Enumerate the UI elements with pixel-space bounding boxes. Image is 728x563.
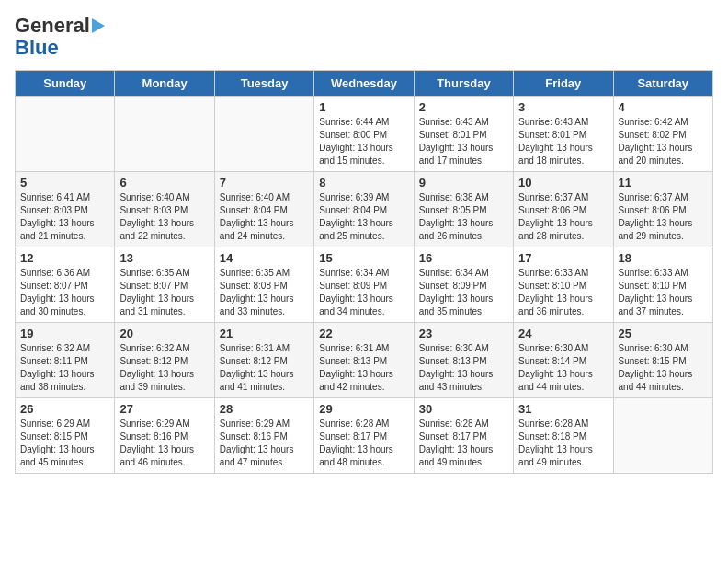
- cell-sun-info: Sunrise: 6:35 AMSunset: 8:07 PMDaylight:…: [119, 267, 209, 318]
- calendar-cell: [214, 97, 313, 172]
- cell-sun-info: Sunrise: 6:32 AMSunset: 8:11 PMDaylight:…: [20, 342, 109, 394]
- day-number: 6: [119, 176, 209, 190]
- cell-sun-info: Sunrise: 6:34 AMSunset: 8:09 PMDaylight:…: [319, 267, 408, 318]
- calendar-cell: 19Sunrise: 6:32 AMSunset: 8:11 PMDayligh…: [16, 323, 115, 398]
- cell-sun-info: Sunrise: 6:34 AMSunset: 8:09 PMDaylight:…: [419, 267, 508, 318]
- calendar-cell: [613, 398, 712, 474]
- day-number: 29: [319, 402, 408, 416]
- day-header-sunday: Sunday: [16, 71, 115, 97]
- cell-sun-info: Sunrise: 6:33 AMSunset: 8:10 PMDaylight:…: [619, 267, 708, 318]
- day-number: 13: [119, 251, 209, 265]
- cell-sun-info: Sunrise: 6:31 AMSunset: 8:13 PMDaylight:…: [319, 342, 408, 394]
- day-number: 9: [419, 176, 508, 190]
- calendar-cell: 27Sunrise: 6:29 AMSunset: 8:16 PMDayligh…: [115, 398, 214, 474]
- day-number: 23: [419, 327, 508, 340]
- cell-sun-info: Sunrise: 6:41 AMSunset: 8:03 PMDaylight:…: [20, 191, 109, 243]
- calendar-cell: 26Sunrise: 6:29 AMSunset: 8:15 PMDayligh…: [16, 398, 115, 474]
- day-number: 10: [518, 176, 608, 190]
- day-number: 8: [319, 176, 408, 190]
- day-number: 19: [20, 327, 109, 340]
- calendar-cell: 20Sunrise: 6:32 AMSunset: 8:12 PMDayligh…: [115, 323, 214, 398]
- calendar-cell: 10Sunrise: 6:37 AMSunset: 8:06 PMDayligh…: [514, 172, 613, 247]
- calendar-cell: 29Sunrise: 6:28 AMSunset: 8:17 PMDayligh…: [314, 398, 414, 474]
- cell-sun-info: Sunrise: 6:28 AMSunset: 8:17 PMDaylight:…: [419, 418, 508, 469]
- day-number: 7: [220, 176, 309, 190]
- logo-text-general: General: [15, 15, 90, 37]
- calendar-week-2: 5Sunrise: 6:41 AMSunset: 8:03 PMDaylight…: [16, 172, 713, 247]
- calendar-cell: 12Sunrise: 6:36 AMSunset: 8:07 PMDayligh…: [16, 247, 115, 323]
- calendar-cell: 1Sunrise: 6:44 AMSunset: 8:00 PMDaylight…: [314, 97, 414, 172]
- day-number: 22: [319, 327, 408, 340]
- day-number: 21: [220, 327, 309, 340]
- day-number: 18: [619, 251, 708, 265]
- calendar-header-row: SundayMondayTuesdayWednesdayThursdayFrid…: [16, 71, 713, 97]
- calendar-week-4: 19Sunrise: 6:32 AMSunset: 8:11 PMDayligh…: [16, 323, 713, 398]
- page-header: General Blue: [15, 15, 713, 59]
- calendar-cell: 13Sunrise: 6:35 AMSunset: 8:07 PMDayligh…: [115, 247, 214, 323]
- cell-sun-info: Sunrise: 6:30 AMSunset: 8:13 PMDaylight:…: [419, 342, 508, 394]
- day-header-thursday: Thursday: [414, 71, 513, 97]
- logo-text-blue: Blue: [15, 36, 59, 59]
- cell-sun-info: Sunrise: 6:29 AMSunset: 8:16 PMDaylight:…: [220, 418, 309, 469]
- day-number: 31: [518, 402, 608, 416]
- calendar-cell: 14Sunrise: 6:35 AMSunset: 8:08 PMDayligh…: [214, 247, 313, 323]
- calendar-cell: 8Sunrise: 6:39 AMSunset: 8:04 PMDaylight…: [314, 172, 414, 247]
- calendar-cell: 11Sunrise: 6:37 AMSunset: 8:06 PMDayligh…: [613, 172, 712, 247]
- calendar-cell: 5Sunrise: 6:41 AMSunset: 8:03 PMDaylight…: [16, 172, 115, 247]
- cell-sun-info: Sunrise: 6:40 AMSunset: 8:03 PMDaylight:…: [119, 191, 209, 243]
- logo: General Blue: [15, 15, 105, 59]
- day-number: 26: [20, 402, 109, 416]
- calendar-cell: 21Sunrise: 6:31 AMSunset: 8:12 PMDayligh…: [214, 323, 313, 398]
- day-number: 12: [20, 251, 109, 265]
- calendar-cell: 28Sunrise: 6:29 AMSunset: 8:16 PMDayligh…: [214, 398, 313, 474]
- cell-sun-info: Sunrise: 6:28 AMSunset: 8:17 PMDaylight:…: [319, 418, 408, 469]
- calendar-cell: 4Sunrise: 6:42 AMSunset: 8:02 PMDaylight…: [613, 97, 712, 172]
- cell-sun-info: Sunrise: 6:33 AMSunset: 8:10 PMDaylight:…: [518, 267, 608, 318]
- day-number: 16: [419, 251, 508, 265]
- day-header-wednesday: Wednesday: [314, 71, 414, 97]
- cell-sun-info: Sunrise: 6:37 AMSunset: 8:06 PMDaylight:…: [518, 191, 608, 243]
- cell-sun-info: Sunrise: 6:31 AMSunset: 8:12 PMDaylight:…: [220, 342, 309, 394]
- calendar-table: SundayMondayTuesdayWednesdayThursdayFrid…: [15, 70, 713, 474]
- day-number: 5: [20, 176, 109, 190]
- calendar-cell: 7Sunrise: 6:40 AMSunset: 8:04 PMDaylight…: [214, 172, 313, 247]
- cell-sun-info: Sunrise: 6:38 AMSunset: 8:05 PMDaylight:…: [419, 191, 508, 243]
- cell-sun-info: Sunrise: 6:42 AMSunset: 8:02 PMDaylight:…: [619, 116, 708, 167]
- calendar-cell: 6Sunrise: 6:40 AMSunset: 8:03 PMDaylight…: [115, 172, 214, 247]
- day-header-monday: Monday: [115, 71, 214, 97]
- logo-arrow-icon: [92, 18, 105, 33]
- cell-sun-info: Sunrise: 6:37 AMSunset: 8:06 PMDaylight:…: [619, 191, 708, 243]
- day-number: 2: [419, 100, 508, 114]
- day-number: 14: [220, 251, 309, 265]
- calendar-cell: 22Sunrise: 6:31 AMSunset: 8:13 PMDayligh…: [314, 323, 414, 398]
- calendar-cell: 16Sunrise: 6:34 AMSunset: 8:09 PMDayligh…: [414, 247, 513, 323]
- calendar-cell: 31Sunrise: 6:28 AMSunset: 8:18 PMDayligh…: [514, 398, 613, 474]
- calendar-cell: 24Sunrise: 6:30 AMSunset: 8:14 PMDayligh…: [514, 323, 613, 398]
- day-header-saturday: Saturday: [613, 71, 712, 97]
- day-number: 3: [518, 100, 608, 114]
- calendar-week-5: 26Sunrise: 6:29 AMSunset: 8:15 PMDayligh…: [16, 398, 713, 474]
- calendar-cell: [16, 97, 115, 172]
- calendar-cell: 17Sunrise: 6:33 AMSunset: 8:10 PMDayligh…: [514, 247, 613, 323]
- day-number: 20: [119, 327, 209, 340]
- calendar-cell: 3Sunrise: 6:43 AMSunset: 8:01 PMDaylight…: [514, 97, 613, 172]
- calendar-week-1: 1Sunrise: 6:44 AMSunset: 8:00 PMDaylight…: [16, 97, 713, 172]
- day-number: 1: [319, 100, 408, 114]
- calendar-week-3: 12Sunrise: 6:36 AMSunset: 8:07 PMDayligh…: [16, 247, 713, 323]
- calendar-cell: 25Sunrise: 6:30 AMSunset: 8:15 PMDayligh…: [613, 323, 712, 398]
- calendar-cell: 23Sunrise: 6:30 AMSunset: 8:13 PMDayligh…: [414, 323, 513, 398]
- calendar-cell: 15Sunrise: 6:34 AMSunset: 8:09 PMDayligh…: [314, 247, 414, 323]
- cell-sun-info: Sunrise: 6:30 AMSunset: 8:14 PMDaylight:…: [518, 342, 608, 394]
- day-number: 30: [419, 402, 508, 416]
- cell-sun-info: Sunrise: 6:44 AMSunset: 8:00 PMDaylight:…: [319, 116, 408, 167]
- day-number: 24: [518, 327, 608, 340]
- day-number: 25: [619, 327, 708, 340]
- calendar-cell: 9Sunrise: 6:38 AMSunset: 8:05 PMDaylight…: [414, 172, 513, 247]
- day-header-tuesday: Tuesday: [214, 71, 313, 97]
- cell-sun-info: Sunrise: 6:39 AMSunset: 8:04 PMDaylight:…: [319, 191, 408, 243]
- calendar-cell: 30Sunrise: 6:28 AMSunset: 8:17 PMDayligh…: [414, 398, 513, 474]
- cell-sun-info: Sunrise: 6:28 AMSunset: 8:18 PMDaylight:…: [518, 418, 608, 469]
- calendar-cell: 2Sunrise: 6:43 AMSunset: 8:01 PMDaylight…: [414, 97, 513, 172]
- cell-sun-info: Sunrise: 6:43 AMSunset: 8:01 PMDaylight:…: [518, 116, 608, 167]
- day-number: 15: [319, 251, 408, 265]
